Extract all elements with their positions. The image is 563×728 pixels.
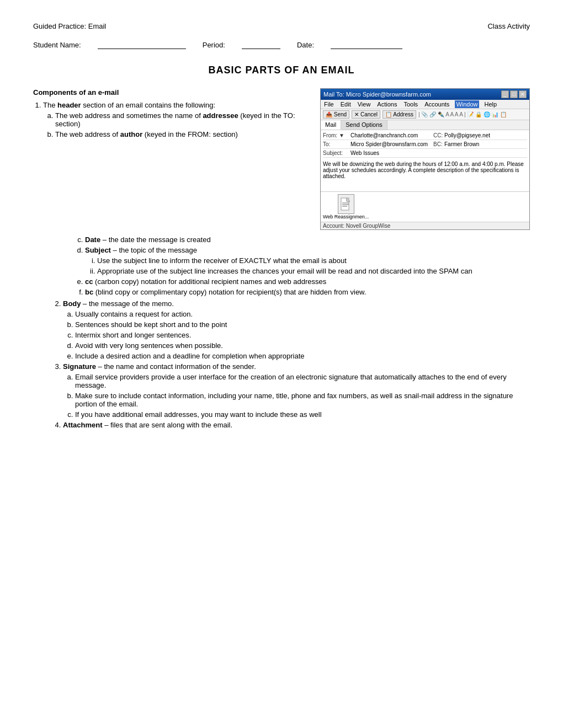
cc-bold: cc	[85, 277, 93, 286]
minimize-button[interactable]: _	[501, 90, 509, 98]
list-item-3b: Make sure to include contact information…	[75, 392, 530, 408]
menu-edit[interactable]: Edit	[339, 100, 352, 108]
list-item-2: Body – the message of the memo. Usually …	[63, 299, 530, 360]
cancel-button[interactable]: ✕ Cancel	[352, 110, 380, 119]
addressee-bold: addressee	[203, 111, 238, 120]
bc-value: Farmer Brown	[444, 141, 527, 147]
author-bold: author	[120, 130, 142, 138]
email-titlebar: Mail To: Micro Spider@brownsfarm.com _ □…	[321, 89, 529, 100]
tab-mail[interactable]: Mail	[321, 120, 341, 130]
date-label: Date:	[297, 41, 314, 49]
email-body-text: We will be downizing the web during the …	[323, 161, 524, 179]
to-label: To:	[323, 141, 350, 147]
guided-practice-label: Guided Practice: Email	[33, 22, 106, 30]
to-row: To: Micro Spider@brownsfarm.com BC: Farm…	[323, 140, 527, 149]
page-header: Guided Practice: Email Class Activity	[33, 22, 530, 30]
subject-label: Subject:	[323, 150, 350, 156]
subject-value: Web Issues	[350, 150, 527, 156]
list-item-4: Attachment – files that are sent along w…	[63, 421, 530, 429]
student-info-row: Student Name: Period: Date:	[33, 40, 530, 49]
list-item-1f: bc (blind copy or complimentary copy) no…	[85, 288, 530, 296]
email-fields: From: ▼ Charlotte@ranchranch.com CC: Pol…	[321, 130, 529, 159]
cc-label-inline: CC:	[433, 132, 444, 138]
sub-list-alpha-continued: Date – the date the message is created S…	[73, 235, 530, 296]
signature-bold: Signature	[63, 362, 96, 371]
maximize-button[interactable]: □	[510, 90, 518, 98]
student-name-field[interactable]	[98, 40, 186, 49]
sub-list-alpha-3: Email service providers provide a user i…	[63, 373, 530, 419]
items-2-3-4: Body – the message of the memo. Usually …	[33, 299, 530, 429]
list-item-1b: The web address of author (keyed in the …	[55, 130, 309, 138]
list-item-1d-i: Use the subject line to inform the recei…	[97, 256, 530, 265]
email-toolbar: 📤 Send ✕ Cancel 📋 Address | 📎 🔗 ✒️ A A A…	[321, 109, 529, 120]
email-window: Mail To: Micro Spider@brownsfarm.com _ □…	[320, 88, 530, 230]
file-icon	[341, 197, 352, 211]
list-item-2d: Avoid with very long sentences when poss…	[75, 341, 530, 350]
from-value: Charlotte@ranchranch.com	[350, 132, 433, 138]
from-row: From: ▼ Charlotte@ranchranch.com CC: Pol…	[323, 131, 527, 140]
attachment-icon	[338, 194, 354, 214]
list-item-1a: The web address and sometimes the name o…	[55, 111, 309, 128]
sub-list-alpha-2: Usually contains a request for action. S…	[63, 310, 530, 360]
close-button[interactable]: ✕	[519, 90, 527, 98]
toolbar-icons: | 📎 🔗 ✒️ A A A A | 📝 🔒 🌐 📊 📋	[418, 111, 507, 117]
period-label: Period:	[203, 41, 225, 49]
period-field[interactable]	[242, 40, 280, 49]
list-item-2b: Sentences should be kept short and to th…	[75, 320, 530, 329]
status-text: Account: Novell GroupWise	[323, 223, 390, 229]
page-title: Basic Parts of an Email	[33, 65, 530, 76]
main-numbered-list: The header section of an email contains …	[33, 101, 309, 138]
attachment-item: Web Reassignmen...	[323, 194, 369, 220]
sub-list-roman: Use the subject line to inform the recei…	[85, 256, 530, 275]
email-screenshot-area: Mail To: Micro Spider@brownsfarm.com _ □…	[320, 88, 530, 230]
list-item-1e: cc (carbon copy) notation for additional…	[85, 277, 530, 286]
body-bold: Body	[63, 299, 81, 308]
menu-window[interactable]: Window	[455, 100, 479, 108]
list-item-1c: Date – the date the message is created	[85, 235, 530, 244]
attachment-label: Web Reassignmen...	[323, 214, 369, 220]
list-item-2c: Intermix short and longer sentences.	[75, 331, 530, 339]
class-activity-label: Class Activity	[487, 22, 530, 30]
menu-tools[interactable]: Tools	[402, 100, 419, 108]
menu-view[interactable]: View	[357, 100, 372, 108]
list-item-3c: If you have additional email addresses, …	[75, 410, 530, 419]
send-button[interactable]: 📤 Send	[323, 110, 349, 119]
student-name-label: Student Name:	[33, 41, 81, 49]
list-item-2a: Usually contains a request for action.	[75, 310, 530, 318]
bc-label-inline: BC:	[433, 141, 444, 147]
components-heading: Components of an e-mail	[33, 88, 309, 97]
to-value: Micro Spider@brownsfarm.com	[350, 141, 433, 147]
list-item-1d: Subject – the topic of the message Use t…	[85, 246, 530, 275]
address-button[interactable]: 📋 Address	[383, 110, 416, 119]
list-item-3a: Email service providers provide a user i…	[75, 373, 530, 389]
email-title-text: Mail To: Micro Spider@brownsfarm.com	[323, 91, 431, 98]
subject-row: Subject: Web Issues	[323, 149, 527, 158]
email-menubar: File Edit View Actions Tools Accounts Wi…	[321, 100, 529, 109]
bc-bold: bc	[85, 288, 93, 296]
tab-send-options[interactable]: Send Options	[341, 120, 387, 130]
list-item-1: The header section of an email contains …	[43, 101, 309, 138]
date-bold: Date	[85, 235, 100, 244]
email-body: We will be downizing the web during the …	[321, 159, 529, 192]
list-item-3: Signature – the name and contact informa…	[63, 362, 530, 419]
window-controls: _ □ ✕	[501, 90, 527, 98]
menu-actions[interactable]: Actions	[376, 100, 398, 108]
menu-file[interactable]: File	[323, 100, 335, 108]
attachment-bold: Attachment	[63, 421, 103, 429]
full-width-alpha-continued: Date – the date the message is created S…	[33, 235, 530, 296]
email-attachment-area: Web Reassignmen...	[321, 192, 529, 222]
cc-value: Polly@pigseye.net	[444, 132, 527, 138]
list-item-2e: Include a desired action and a deadline …	[75, 352, 530, 360]
left-content: Components of an e-mail The header secti…	[33, 88, 309, 230]
email-tabs: Mail Send Options	[321, 120, 529, 130]
menu-help[interactable]: Help	[484, 100, 498, 108]
menu-accounts[interactable]: Accounts	[423, 100, 450, 108]
date-field[interactable]	[331, 40, 402, 49]
main-list-2-3-4: Body – the message of the memo. Usually …	[53, 299, 530, 429]
subject-bold: Subject	[85, 246, 111, 254]
list-item-1d-ii: Appropriate use of the subject line incr…	[97, 267, 530, 275]
sub-list-alpha-1: The web address and sometimes the name o…	[43, 111, 309, 138]
email-status-bar: Account: Novell GroupWise	[321, 222, 529, 229]
from-label: From: ▼	[323, 132, 350, 138]
main-content: Components of an e-mail The header secti…	[33, 88, 530, 230]
